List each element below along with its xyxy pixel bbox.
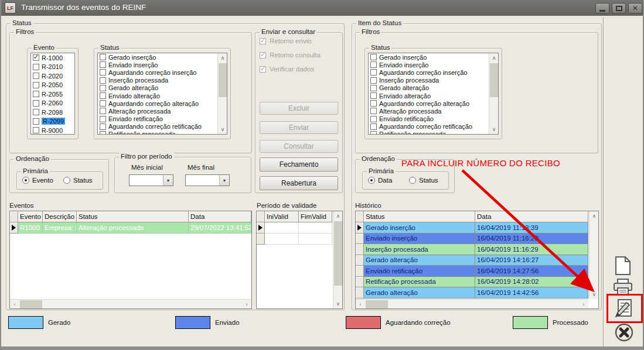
radio-data[interactable]: Data bbox=[368, 177, 392, 184]
minimize-button[interactable] bbox=[595, 3, 609, 13]
checkbox[interactable] bbox=[370, 92, 377, 99]
scroll-thumb[interactable] bbox=[20, 300, 42, 308]
radio-icon[interactable] bbox=[63, 177, 70, 184]
row-selector[interactable] bbox=[356, 287, 364, 298]
checkbox[interactable] bbox=[370, 85, 377, 91]
checkbox[interactable] bbox=[370, 108, 377, 114]
checkbox[interactable] bbox=[100, 54, 106, 60]
excluir-button[interactable]: Excluir bbox=[260, 102, 338, 115]
list-item[interactable]: Enviado inserção bbox=[369, 61, 498, 68]
table-row[interactable]: Gerado alteração 16/04/2019 14:42:56 bbox=[356, 287, 598, 298]
radio-status-right[interactable]: Status bbox=[409, 177, 438, 184]
checkbox-verificar-dados[interactable]: Verificar dados bbox=[260, 66, 314, 73]
enviar-button[interactable]: Enviar bbox=[260, 121, 338, 134]
list-item[interactable]: R-2055 bbox=[31, 90, 74, 99]
scroll-left-icon[interactable]: ‹ bbox=[10, 300, 19, 309]
scrollbar-horizontal[interactable]: ‹ › bbox=[356, 299, 588, 308]
scroll-down-icon[interactable]: ∨ bbox=[489, 125, 499, 134]
list-item[interactable]: Gerado inserção bbox=[98, 53, 227, 61]
list-item[interactable]: Enviado retificação bbox=[98, 115, 227, 123]
report-button[interactable] bbox=[615, 298, 633, 321]
list-item[interactable]: R-9000 bbox=[31, 126, 74, 135]
list-item[interactable]: Aguardando correção retificação bbox=[369, 123, 498, 131]
scroll-thumb[interactable] bbox=[366, 300, 388, 308]
chevron-down-icon[interactable]: ▼ bbox=[219, 175, 229, 186]
checkbox[interactable] bbox=[260, 38, 266, 44]
checkbox[interactable] bbox=[370, 77, 377, 84]
checkbox[interactable] bbox=[370, 131, 377, 135]
list-item[interactable]: Gerado inserção bbox=[369, 53, 498, 61]
list-item[interactable]: R-2050 bbox=[31, 81, 74, 90]
table-row[interactable]: Retificação processada 16/04/2019 14:28:… bbox=[356, 277, 598, 288]
scroll-down-icon[interactable]: ∨ bbox=[333, 299, 343, 308]
scroll-left-icon[interactable]: ‹ bbox=[356, 300, 365, 309]
checkbox[interactable] bbox=[370, 100, 377, 107]
scrollbar-horizontal[interactable]: ‹ › bbox=[10, 299, 251, 308]
checkbox[interactable] bbox=[370, 69, 377, 76]
list-item[interactable]: Aguardando correção inserção bbox=[98, 68, 227, 76]
scrollbar-vertical[interactable]: ∧ ∨ bbox=[489, 53, 498, 134]
radio-icon[interactable] bbox=[22, 177, 29, 184]
table-row[interactable]: Inserção processada 16/04/2019 11:16:29 bbox=[356, 244, 598, 255]
row-selector[interactable] bbox=[356, 266, 364, 277]
row-selector[interactable] bbox=[257, 234, 265, 245]
list-item[interactable]: Aguardando correção inserção bbox=[369, 68, 498, 76]
list-item[interactable]: Inserção processada bbox=[369, 77, 498, 84]
scroll-down-icon[interactable]: ∨ bbox=[218, 125, 227, 134]
list-item[interactable]: Gerado alteração bbox=[369, 84, 498, 92]
list-item-selected[interactable]: R-2099 bbox=[31, 117, 74, 126]
scrollbar-vertical[interactable]: ∧ ∨ bbox=[333, 211, 342, 308]
chevron-down-icon[interactable]: ▼ bbox=[163, 175, 173, 186]
checkbox[interactable] bbox=[370, 123, 377, 130]
checkbox[interactable] bbox=[100, 77, 106, 84]
checkbox-retorno-envio[interactable]: Retorno envio bbox=[260, 37, 312, 44]
scroll-thumb[interactable] bbox=[334, 221, 342, 286]
maximize-button[interactable] bbox=[612, 3, 626, 13]
list-item[interactable]: R-2060 bbox=[31, 99, 74, 108]
scrollbar-vertical[interactable]: ∧ ∨ bbox=[217, 53, 227, 134]
fechamento-button[interactable]: Fechamento bbox=[260, 157, 338, 171]
radio-icon[interactable] bbox=[368, 177, 375, 184]
checkbox[interactable] bbox=[33, 73, 39, 79]
checkbox[interactable] bbox=[370, 61, 377, 68]
row-selector[interactable] bbox=[356, 244, 364, 255]
table-row[interactable]: Enviado retificação 16/04/2019 14:27:56 bbox=[356, 266, 598, 277]
checkbox[interactable] bbox=[370, 54, 377, 60]
checkbox[interactable] bbox=[100, 69, 106, 76]
row-selector[interactable] bbox=[356, 255, 364, 266]
table-row[interactable]: Enviado inserção 16/04/2019 11:16:20 bbox=[356, 234, 598, 245]
list-item[interactable]: Aguardando correção retificação bbox=[98, 123, 227, 131]
row-selector-icon[interactable] bbox=[356, 222, 364, 234]
scroll-right-icon[interactable]: › bbox=[579, 300, 588, 309]
checkbox[interactable] bbox=[260, 52, 266, 59]
reabertura-button[interactable]: Reabertura bbox=[260, 176, 338, 190]
consultar-button[interactable]: Consultar bbox=[260, 140, 338, 153]
close-app-button[interactable] bbox=[614, 322, 634, 345]
status-checklist-right[interactable]: Gerado inserção Enviado inserção Aguarda… bbox=[368, 53, 499, 135]
checkbox[interactable] bbox=[100, 85, 106, 91]
row-selector[interactable] bbox=[356, 277, 364, 288]
checkbox[interactable] bbox=[370, 116, 377, 122]
checkbox[interactable] bbox=[33, 91, 39, 97]
list-item[interactable]: R-2098 bbox=[31, 108, 74, 117]
mes-inicial-select[interactable]: ▼ bbox=[129, 174, 173, 186]
radio-icon[interactable] bbox=[409, 177, 416, 184]
checkbox[interactable] bbox=[100, 100, 106, 107]
scroll-thumb[interactable] bbox=[219, 63, 227, 97]
list-item[interactable]: Inserção processada bbox=[98, 77, 227, 84]
table-row[interactable]: R1000 Empresa: D Alteração processada 29… bbox=[10, 222, 251, 234]
radio-status-left[interactable]: Status bbox=[63, 177, 93, 184]
checkbox[interactable] bbox=[33, 100, 39, 107]
list-item[interactable]: Gerado alteração bbox=[98, 84, 227, 92]
checkbox[interactable] bbox=[100, 61, 106, 68]
row-selector-icon[interactable] bbox=[10, 222, 18, 234]
list-item[interactable]: Enviado alteração bbox=[369, 92, 498, 99]
scroll-up-icon[interactable]: ∧ bbox=[218, 53, 227, 63]
checkbox[interactable] bbox=[33, 127, 39, 133]
list-item[interactable]: R-2020 bbox=[31, 71, 74, 81]
list-item[interactable]: Enviado retificação bbox=[369, 115, 498, 123]
list-item[interactable]: Enviado inserção bbox=[98, 61, 227, 68]
scroll-thumb[interactable] bbox=[490, 63, 498, 97]
checkbox[interactable] bbox=[33, 82, 39, 88]
checkbox[interactable] bbox=[100, 108, 106, 114]
